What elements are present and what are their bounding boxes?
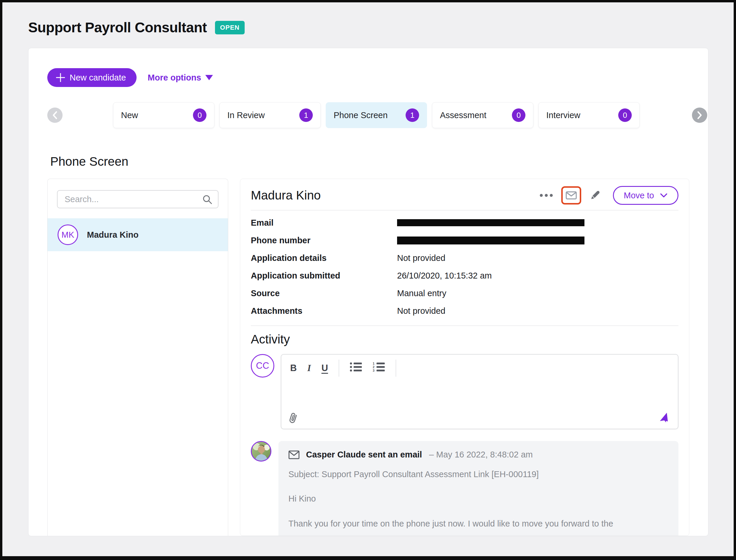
email-greeting: Hi Kino [289,494,667,504]
more-actions-button[interactable] [539,194,553,197]
field-label: Email [251,218,397,228]
svg-text:3: 3 [373,369,374,372]
svg-text:2: 2 [373,365,374,369]
field-value: Manual entry [397,289,446,298]
app-window: Support Payroll Consultant OPEN New cand… [0,0,736,560]
candidate-search [48,179,228,208]
scroll-right-button[interactable] [692,108,707,123]
stage-count-badge: 1 [299,108,313,122]
send-icon [658,413,670,425]
envelope-icon [289,450,300,459]
activity-actor: Casper Claude sent an email [306,450,422,460]
editor-toolbar: B I U [281,355,678,376]
field-row-email: Email [251,214,678,232]
page-header: Support Payroll Consultant OPEN [2,2,734,36]
stage-content: MK Madura Kino Madura Kino [47,179,689,536]
numbered-list-button[interactable]: 1 2 3 [373,362,385,374]
bullet-list-button[interactable] [350,362,362,374]
detail-header: Madura Kino [251,186,678,205]
more-options-button[interactable]: More options [148,73,213,83]
field-value: Not provided [397,253,445,263]
stage-label: Phone Screen [334,110,388,120]
stage-label: New [121,110,138,120]
field-row-application-details: Application details Not provided [251,249,678,267]
field-label: Source [251,289,397,298]
plus-icon [56,73,65,82]
ellipsis-icon [539,194,553,197]
toolbar-separator [395,360,396,377]
stage-tab-new[interactable]: New 0 [113,102,214,128]
candidate-detail-panel: Madura Kino [240,179,689,536]
new-candidate-button[interactable]: New candidate [47,68,137,87]
activity-heading: Activity [251,332,678,346]
field-row-phone: Phone number [251,232,678,249]
field-value: Not provided [397,306,445,316]
stage-label: In Review [227,110,265,120]
pencil-icon [589,190,601,201]
pipeline-stages: New 0 In Review 1 Phone Screen 1 Assessm… [47,102,689,128]
mail-icon [566,191,577,199]
candidate-avatar: MK [58,224,78,245]
actions-row: New candidate More options [47,68,689,87]
candidate-name: Madura Kino [87,230,139,240]
field-row-attachments: Attachments Not provided [251,302,678,320]
email-subject: Subject: Support Payroll Consultant Asse… [289,470,667,479]
numbered-list-icon: 1 2 3 [373,362,385,372]
send-comment-button[interactable] [658,413,670,425]
toolbar-separator [339,360,339,377]
stage-label: Assessment [440,110,486,120]
stage-tab-interview[interactable]: Interview 0 [538,102,640,128]
redacted-email-value [397,219,584,226]
stage-count-badge: 0 [618,108,632,122]
bullet-list-icon [350,362,362,372]
bold-button[interactable]: B [290,363,297,373]
field-label: Application submitted [251,271,397,281]
email-body: Thank you for your time on the phone jus… [289,519,667,529]
attach-file-button[interactable] [289,412,299,424]
redacted-phone-value [397,237,584,244]
field-value: 26/10/2020, 10:15:32 am [397,271,492,281]
caret-down-icon [205,75,213,80]
move-to-label: Move to [624,191,654,200]
edit-candidate-button[interactable] [589,190,601,201]
chevron-left-icon [52,111,58,120]
stage-tab-phone-screen[interactable]: Phone Screen 1 [326,102,427,128]
activity-timestamp: – May 16 2022, 8:48:02 am [429,450,533,460]
candidate-list-panel: MK Madura Kino [47,179,228,536]
status-badge: OPEN [215,21,244,34]
send-email-button[interactable] [561,186,581,204]
field-row-source: Source Manual entry [251,284,678,302]
stage-tab-assessment[interactable]: Assessment 0 [432,102,533,128]
stage-tab-in-review[interactable]: In Review 1 [219,102,321,128]
divider [251,326,678,326]
candidate-list-item[interactable]: MK Madura Kino [48,218,228,251]
stage-section-heading: Phone Screen [50,155,689,169]
page-title: Support Payroll Consultant [28,19,207,36]
candidate-fields: Email Phone number Application details N… [251,214,678,320]
detail-actions: Move to [539,186,678,205]
field-label: Phone number [251,236,397,245]
field-row-application-submitted: Application submitted 26/10/2020, 10:15:… [251,267,678,284]
job-pipeline-card: New candidate More options New 0 In Revi… [28,48,708,536]
italic-button[interactable]: I [307,363,311,373]
field-label: Attachments [251,306,397,316]
search-input[interactable] [57,190,219,208]
scroll-left-button[interactable] [47,108,63,123]
svg-text:1: 1 [373,362,374,365]
chevron-down-icon [660,193,668,198]
divider [251,210,678,210]
activity-feed-item: Casper Claude sent an email – May 16 202… [251,441,678,536]
email-activity-card: Casper Claude sent an email – May 16 202… [279,441,678,536]
field-label: Application details [251,253,397,263]
rich-text-editor[interactable]: B I U [281,354,678,429]
move-to-button[interactable]: Move to [613,186,678,205]
person-photo-icon [252,442,271,461]
activity-composer: CC B I U [251,354,678,429]
stage-tabs: New 0 In Review 1 Phone Screen 1 Assessm… [113,102,640,128]
actor-avatar [251,441,271,462]
underline-button[interactable]: U [321,363,328,373]
activity-title-row: Casper Claude sent an email – May 16 202… [289,450,667,460]
stage-count-badge: 0 [512,108,525,122]
new-candidate-label: New candidate [70,73,126,83]
paperclip-icon [289,412,299,424]
